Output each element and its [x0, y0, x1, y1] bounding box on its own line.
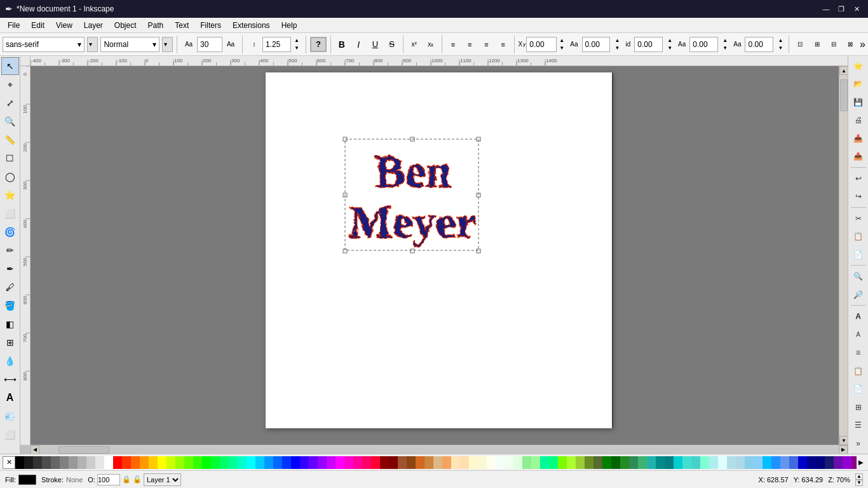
- tool-rect[interactable]: ☐: [1, 149, 19, 167]
- lh-down[interactable]: ▼: [292, 44, 302, 52]
- cmd-align[interactable]: ≡: [850, 344, 867, 362]
- x-up[interactable]: ▲: [557, 37, 566, 44]
- rotate-input[interactable]: 0.00: [745, 37, 773, 52]
- snap-expand[interactable]: »: [850, 435, 867, 452]
- text-on-path-button[interactable]: ?: [310, 37, 327, 52]
- color-swatch[interactable]: [789, 456, 798, 469]
- cmd-new[interactable]: ⭐: [850, 57, 867, 75]
- color-swatch[interactable]: [247, 456, 255, 469]
- vscroll-down[interactable]: ▼: [839, 436, 848, 445]
- color-swatch[interactable]: [24, 456, 33, 469]
- color-swatch[interactable]: [95, 456, 104, 469]
- tool-spray[interactable]: 💨: [1, 407, 19, 425]
- color-swatch[interactable]: [629, 456, 638, 469]
- color-swatch[interactable]: [567, 456, 576, 469]
- tool-tweak[interactable]: ⤢: [1, 94, 19, 112]
- cmd-snap-global[interactable]: ☰: [850, 416, 867, 434]
- menu-path[interactable]: Path: [143, 20, 169, 31]
- color-swatch[interactable]: [585, 456, 593, 469]
- hscroll-thumb[interactable]: [58, 446, 109, 454]
- kern-input[interactable]: 0.00: [689, 37, 718, 52]
- color-swatch[interactable]: [193, 456, 202, 469]
- color-swatch[interactable]: [211, 456, 220, 469]
- vertical-scrollbar[interactable]: ▲ ▼: [839, 66, 848, 445]
- tool-calligraphy[interactable]: 🖋: [1, 278, 19, 296]
- color-swatch[interactable]: [522, 456, 531, 469]
- cmd-cut[interactable]: ✂: [850, 210, 867, 227]
- color-swatch[interactable]: [220, 456, 229, 469]
- tool-star[interactable]: ⭐: [1, 186, 19, 204]
- color-swatch[interactable]: [407, 456, 416, 469]
- close-button[interactable]: ✕: [850, 3, 863, 15]
- color-swatch[interactable]: [478, 456, 487, 469]
- color-swatch[interactable]: [318, 456, 327, 469]
- color-swatch[interactable]: [140, 456, 149, 469]
- menu-layer[interactable]: Layer: [79, 20, 108, 31]
- color-swatch[interactable]: [309, 456, 318, 469]
- tool-zoom[interactable]: 🔍: [1, 112, 19, 130]
- color-swatch[interactable]: [736, 456, 745, 469]
- font-size-decrease[interactable]: Aa: [181, 37, 196, 52]
- color-swatch[interactable]: [709, 456, 718, 469]
- line-height-input[interactable]: 1.25: [262, 37, 291, 52]
- kern-up[interactable]: ▲: [721, 37, 729, 44]
- cmd-text-a[interactable]: A: [850, 308, 867, 325]
- horizontal-scrollbar[interactable]: ◀ ▶: [31, 445, 848, 454]
- color-swatch[interactable]: [362, 456, 371, 469]
- color-swatch[interactable]: [540, 456, 549, 469]
- tool-spiral[interactable]: 🌀: [1, 223, 19, 241]
- x-down[interactable]: ▼: [557, 44, 566, 52]
- color-swatch[interactable]: [416, 456, 424, 469]
- color-swatch[interactable]: [496, 456, 505, 469]
- kern-down[interactable]: ▼: [721, 44, 729, 52]
- fill-color-box[interactable]: [18, 475, 36, 485]
- color-swatch[interactable]: [745, 456, 754, 469]
- align-btn1[interactable]: ⊡: [793, 37, 807, 52]
- font-style-dropdown[interactable]: Normal ▾: [100, 37, 159, 52]
- color-swatch[interactable]: [131, 456, 140, 469]
- cmd-import[interactable]: 📥: [850, 130, 867, 147]
- font-size-increase[interactable]: Aa: [223, 37, 238, 52]
- sh-up[interactable]: ▲: [613, 37, 621, 44]
- menu-extensions[interactable]: Extensions: [227, 20, 275, 31]
- color-swatch[interactable]: [51, 456, 60, 469]
- color-swatch[interactable]: [531, 456, 540, 469]
- color-swatch[interactable]: [487, 456, 496, 469]
- tool-measure[interactable]: 📏: [1, 131, 19, 149]
- align-btn3[interactable]: ⊟: [827, 37, 841, 52]
- cmd-paste[interactable]: 📄: [850, 246, 867, 264]
- color-swatch[interactable]: [807, 456, 816, 469]
- color-swatch[interactable]: [389, 456, 398, 469]
- align-center-button[interactable]: ≡: [463, 37, 477, 52]
- color-swatch[interactable]: [33, 456, 42, 469]
- maximize-button[interactable]: ❐: [835, 3, 848, 15]
- color-swatch[interactable]: [505, 456, 513, 469]
- color-swatch[interactable]: [771, 456, 780, 469]
- color-swatch[interactable]: [674, 456, 682, 469]
- color-swatch[interactable]: [825, 456, 834, 469]
- expand-btn[interactable]: »: [860, 39, 865, 50]
- id-up[interactable]: ▲: [665, 37, 674, 44]
- color-swatch[interactable]: [763, 456, 771, 469]
- color-swatch[interactable]: [336, 456, 344, 469]
- x-coord-input[interactable]: 0.00: [526, 37, 557, 52]
- color-swatch[interactable]: [371, 456, 380, 469]
- menu-edit[interactable]: Edit: [26, 20, 50, 31]
- cmd-print[interactable]: 🖨: [850, 112, 867, 130]
- cmd-layers[interactable]: 📋: [850, 362, 867, 380]
- menu-text[interactable]: Text: [170, 20, 194, 31]
- color-swatch[interactable]: [834, 456, 843, 469]
- color-swatch[interactable]: [576, 456, 585, 469]
- color-swatch[interactable]: [149, 456, 158, 469]
- color-swatch[interactable]: [122, 456, 131, 469]
- color-swatch[interactable]: [238, 456, 247, 469]
- rot-down[interactable]: ▼: [776, 44, 785, 52]
- tool-select[interactable]: ↖: [1, 57, 19, 75]
- lh-up[interactable]: ▲: [292, 37, 302, 44]
- superscript-button[interactable]: x²: [407, 37, 421, 52]
- color-swatch[interactable]: [353, 456, 362, 469]
- color-swatch[interactable]: [166, 456, 175, 469]
- cmd-zoom-out[interactable]: 🔎: [850, 286, 867, 304]
- color-swatch[interactable]: [460, 456, 469, 469]
- align-btn2[interactable]: ⊞: [810, 37, 824, 52]
